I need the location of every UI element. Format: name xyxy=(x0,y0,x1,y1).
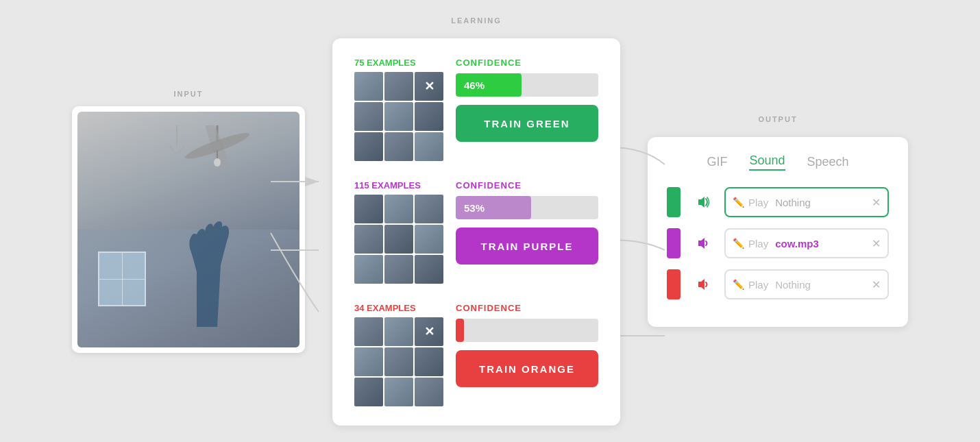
examples-count-purple: 115 EXAMPLES xyxy=(354,180,443,191)
hand-silhouette xyxy=(162,190,245,327)
sound-button-green[interactable] xyxy=(687,187,718,217)
grid-cell xyxy=(354,195,383,223)
confidence-fill-purple: 53% xyxy=(456,196,531,219)
examples-count-red: 34 EXAMPLES xyxy=(354,303,443,313)
grid-cell xyxy=(384,132,413,161)
confidence-label-red: CONFIDENCE xyxy=(456,303,598,313)
nothing-text-green: Nothing xyxy=(775,197,811,208)
lamp-icon xyxy=(167,125,187,167)
window-element xyxy=(98,251,146,306)
class-left-green: 75 EXAMPLES xyxy=(354,58,443,161)
grid-cell xyxy=(415,72,443,101)
grid-cell xyxy=(354,102,383,131)
tab-speech[interactable]: Speech xyxy=(807,155,849,169)
play-label-red: Play xyxy=(748,279,768,291)
grid-cell xyxy=(415,195,443,223)
play-box-red[interactable]: ✏️ Play Nothing ✕ xyxy=(724,269,889,299)
grid-cell xyxy=(384,255,413,284)
learning-label: LEARNING xyxy=(451,16,501,25)
class-right-green: CONFIDENCE 46% TRAIN GREEN xyxy=(456,58,598,142)
input-section: INPUT xyxy=(72,90,305,353)
play-box-purple[interactable]: ✏️ Play cow.mp3 ✕ xyxy=(724,228,889,258)
sound-button-purple[interactable] xyxy=(687,228,718,258)
grid-cell xyxy=(415,132,443,161)
class-left-purple: 115 EXAMPLES xyxy=(354,180,443,284)
file-text-purple: cow.mp3 xyxy=(775,238,819,249)
grid-cell xyxy=(415,255,443,284)
camera-box xyxy=(72,106,305,353)
image-grid-green xyxy=(354,72,443,161)
nothing-text-red: Nothing xyxy=(775,279,811,291)
close-button-purple[interactable]: ✕ xyxy=(872,237,881,250)
color-indicator-green xyxy=(667,187,681,217)
confidence-bar-red xyxy=(456,319,598,342)
tab-gif[interactable]: GIF xyxy=(707,155,727,169)
grid-cell xyxy=(354,347,383,376)
grid-cell xyxy=(384,317,413,346)
confidence-value-green: 46% xyxy=(464,79,485,91)
tab-sound[interactable]: Sound xyxy=(749,154,785,171)
speaker-icon-red xyxy=(693,275,712,294)
examples-count-green: 75 EXAMPLES xyxy=(354,58,443,68)
svg-point-4 xyxy=(213,142,221,150)
image-grid-purple xyxy=(354,195,443,284)
play-label-green: Play xyxy=(748,197,768,208)
grid-cell xyxy=(384,347,413,376)
grid-cell xyxy=(415,102,443,131)
class-right-purple: CONFIDENCE 53% TRAIN PURPLE xyxy=(456,180,598,265)
confidence-fill-green: 46% xyxy=(456,73,522,97)
confidence-bar-purple: 53% xyxy=(456,196,598,219)
confidence-label-green: CONFIDENCE xyxy=(456,58,598,68)
grid-cell xyxy=(354,72,383,101)
confidence-label-purple: CONFIDENCE xyxy=(456,180,598,191)
input-label: INPUT xyxy=(174,90,204,98)
grid-cell xyxy=(415,317,443,346)
speaker-icon-green xyxy=(693,193,712,212)
output-card: GIF Sound Speech ✏️ Play xyxy=(648,137,908,327)
sound-button-red[interactable] xyxy=(687,269,718,299)
grid-cell xyxy=(415,225,443,254)
close-button-red[interactable]: ✕ xyxy=(872,278,881,291)
grid-cell xyxy=(415,378,443,406)
output-tabs: GIF Sound Speech xyxy=(667,154,889,171)
grid-cell xyxy=(354,317,383,346)
confidence-value-purple: 53% xyxy=(464,202,485,214)
grid-cell xyxy=(415,347,443,376)
output-section: OUTPUT GIF Sound Speech xyxy=(648,115,908,327)
grid-cell xyxy=(354,132,383,161)
output-row-red: ✏️ Play Nothing ✕ xyxy=(667,269,889,299)
class-row-purple: 115 EXAMPLES CONFIDENCE xyxy=(354,180,598,284)
confidence-fill-red xyxy=(456,319,464,342)
pencil-icon-red: ✏️ xyxy=(733,279,744,290)
svg-point-6 xyxy=(214,158,221,167)
grid-cell xyxy=(384,72,413,101)
color-indicator-purple xyxy=(667,228,681,258)
grid-cell xyxy=(354,225,383,254)
grid-cell xyxy=(384,225,413,254)
class-row-green: 75 EXAMPLES CONFIDENCE xyxy=(354,58,598,161)
learning-card: 75 EXAMPLES CONFIDENCE xyxy=(332,38,620,426)
class-right-red: CONFIDENCE TRAIN ORANGE xyxy=(456,303,598,387)
grid-cell xyxy=(384,378,413,406)
grid-cell xyxy=(354,378,383,406)
train-green-button[interactable]: TRAIN GREEN xyxy=(456,105,598,142)
class-row-red: 34 EXAMPLES CONFIDENCE xyxy=(354,303,598,406)
close-button-green[interactable]: ✕ xyxy=(872,196,881,209)
color-indicator-red xyxy=(667,269,681,299)
play-label-purple: Play xyxy=(748,238,768,249)
output-label: OUTPUT xyxy=(758,115,797,123)
play-box-green-active[interactable]: ✏️ Play Nothing ✕ xyxy=(724,187,889,217)
grid-cell xyxy=(354,255,383,284)
image-grid-red xyxy=(354,317,443,406)
learning-section: LEARNING 75 EXAMPLES xyxy=(332,16,620,426)
train-orange-button[interactable]: TRAIN ORANGE xyxy=(456,350,598,387)
pencil-icon-purple: ✏️ xyxy=(733,238,744,249)
speaker-icon-purple xyxy=(693,234,712,253)
app-container: INPUT xyxy=(0,0,980,442)
train-purple-button[interactable]: TRAIN PURPLE xyxy=(456,228,598,265)
class-left-red: 34 EXAMPLES xyxy=(354,303,443,406)
confidence-bar-green: 46% xyxy=(456,73,598,97)
grid-cell xyxy=(384,102,413,131)
output-row-green: ✏️ Play Nothing ✕ xyxy=(667,187,889,217)
camera-feed xyxy=(77,112,299,347)
